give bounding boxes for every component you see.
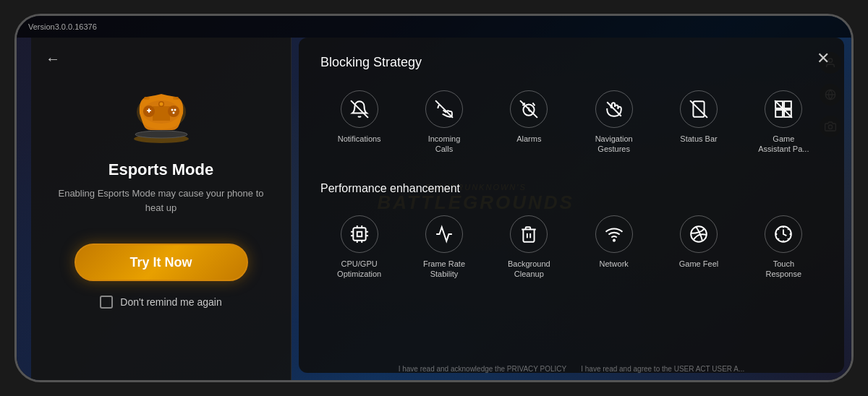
close-button[interactable]: ✕ xyxy=(817,49,830,68)
network-label: Network xyxy=(599,259,628,269)
performance-cpu-gpu[interactable]: CPU/GPUOptimization xyxy=(320,210,398,285)
alarms-icon xyxy=(510,90,548,128)
performance-touch-response[interactable]: TouchResponse xyxy=(745,210,822,285)
performance-network[interactable]: Network xyxy=(575,210,652,285)
dont-remind-label: Don't remind me again xyxy=(120,296,221,308)
blocking-notifications[interactable]: Notifications xyxy=(320,85,398,160)
esports-mode-subtitle: Enabling Esports Mode may cause your pho… xyxy=(53,186,269,215)
frame-rate-label: Frame RateStability xyxy=(423,259,465,280)
dont-remind-container[interactable]: Don't remind me again xyxy=(100,296,221,309)
game-feel-icon xyxy=(680,215,718,253)
svg-point-3 xyxy=(168,106,179,117)
performance-game-feel[interactable]: Game Feel xyxy=(660,210,737,285)
svg-rect-5 xyxy=(148,108,150,113)
version-text: Version3.0.0.16376 xyxy=(28,22,97,31)
svg-point-7 xyxy=(174,109,176,111)
blocking-incoming-calls[interactable]: IncomingCalls xyxy=(405,85,482,160)
blocking-strategy-title: Blocking Strategy xyxy=(320,55,822,70)
performance-enhancement-title: Performance enhancement xyxy=(320,182,822,195)
svg-line-14 xyxy=(351,100,368,118)
right-overlay-panel: ✕ Blocking Strategy Notifications xyxy=(299,38,844,373)
status-bar-label: Status Bar xyxy=(680,134,717,144)
background-cleanup-icon xyxy=(510,215,548,253)
navigation-gestures-label: NavigationGestures xyxy=(595,134,633,155)
game-assistant-label: GameAssistant Pa... xyxy=(758,134,809,155)
svg-point-8 xyxy=(172,112,174,114)
svg-point-12 xyxy=(159,103,163,106)
svg-point-1 xyxy=(135,131,187,138)
device-frame: PLAYERUNKNOWN'S BATTLEGROUNDS Version3.0… xyxy=(14,14,854,382)
performance-icons-grid: CPU/GPUOptimization Frame RateStability xyxy=(320,210,822,285)
blocking-alarms[interactable]: Alarms xyxy=(490,85,568,160)
alarms-label: Alarms xyxy=(516,134,541,144)
incoming-calls-label: IncomingCalls xyxy=(428,134,461,155)
svg-point-6 xyxy=(171,109,173,111)
blocking-game-assistant[interactable]: GameAssistant Pa... xyxy=(745,85,822,160)
svg-line-28 xyxy=(775,100,792,118)
blocking-icons-grid: Notifications IncomingCalls xyxy=(320,85,822,160)
performance-background-cleanup[interactable]: BackgroundCleanup xyxy=(490,210,568,285)
blocking-navigation-gestures[interactable]: NavigationGestures xyxy=(575,85,652,160)
svg-rect-25 xyxy=(784,101,791,108)
game-assistant-icon xyxy=(765,90,802,128)
svg-rect-26 xyxy=(775,110,783,117)
blocking-status-bar[interactable]: Status Bar xyxy=(660,85,737,160)
touch-response-label: TouchResponse xyxy=(766,259,802,280)
svg-rect-29 xyxy=(353,228,365,240)
svg-line-18 xyxy=(533,103,535,106)
svg-rect-30 xyxy=(357,231,362,236)
top-bar: Version3.0.0.16376 xyxy=(17,16,851,38)
game-feel-label: Game Feel xyxy=(679,259,718,269)
network-icon xyxy=(595,215,633,253)
cpu-gpu-icon xyxy=(341,215,378,253)
touch-response-icon xyxy=(765,215,802,253)
navigation-gestures-icon xyxy=(595,90,633,128)
notifications-label: Notifications xyxy=(338,134,381,144)
try-it-now-button[interactable]: Try It Now xyxy=(75,244,248,281)
status-bar-icon xyxy=(680,90,718,128)
notifications-icon xyxy=(341,90,378,128)
esports-mode-title: Esports Mode xyxy=(109,160,213,179)
svg-point-41 xyxy=(613,239,615,241)
dont-remind-checkbox[interactable] xyxy=(100,296,113,309)
background-cleanup-label: BackgroundCleanup xyxy=(508,259,550,280)
back-button[interactable]: ← xyxy=(46,51,60,67)
incoming-calls-icon xyxy=(425,90,463,128)
controller-icon-container xyxy=(122,74,201,153)
frame-rate-icon xyxy=(425,215,463,253)
cpu-gpu-label: CPU/GPUOptimization xyxy=(337,259,381,280)
left-panel: ← xyxy=(31,38,292,380)
performance-frame-rate[interactable]: Frame RateStability xyxy=(405,210,482,285)
